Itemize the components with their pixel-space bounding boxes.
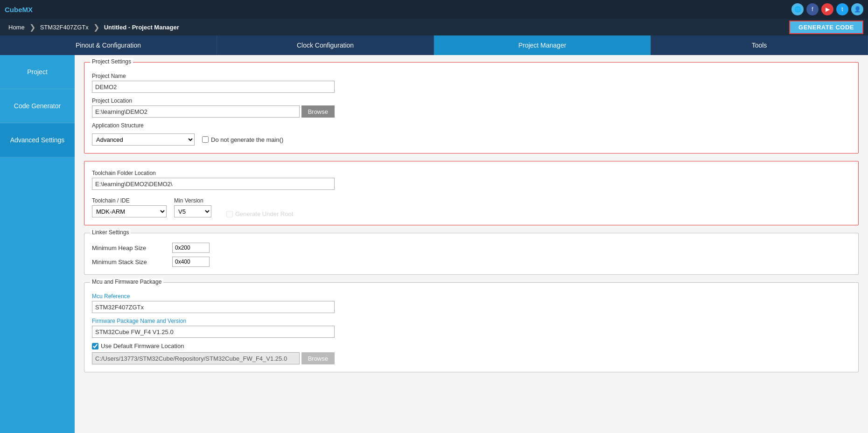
do-not-generate-text: Do not generate the main()	[211, 136, 283, 143]
firmware-path-row: Browse	[92, 352, 335, 364]
project-settings-section: Project Settings Project Name Project Lo…	[84, 62, 859, 154]
use-default-firmware-text: Use Default Firmware Location	[101, 342, 184, 349]
tab-clock[interactable]: Clock Configuration	[217, 35, 434, 55]
generate-root-label: Generate Under Root	[235, 210, 293, 217]
mcu-firmware-section: Mcu and Firmware Package Mcu Reference F…	[84, 282, 859, 372]
project-location-label: Project Location	[92, 98, 851, 104]
mcu-firmware-title: Mcu and Firmware Package	[90, 279, 163, 285]
linker-stack-row: Minimum Stack Size	[92, 257, 851, 267]
toolchain-ide-label: Toolchain / IDE	[92, 197, 167, 204]
tab-project-manager[interactable]: Project Manager	[434, 35, 651, 55]
app-logo: CubeMX	[5, 6, 33, 14]
firmware-pkg-input[interactable]	[92, 326, 335, 338]
sidebar: Project Code Generator Advanced Settings	[0, 55, 75, 433]
firmware-path-input	[92, 352, 300, 364]
mcu-ref-input[interactable]	[92, 301, 335, 313]
generate-code-button[interactable]: GENERATE CODE	[789, 21, 863, 34]
nav-tabs: Pinout & Configuration Clock Configurati…	[0, 35, 868, 55]
user-icon[interactable]: 👤	[851, 3, 863, 15]
toolchain-folder-label: Toolchain Folder Location	[92, 170, 851, 176]
min-heap-label: Minimum Heap Size	[92, 244, 167, 251]
project-location-row: Browse	[92, 105, 335, 118]
breadcrumb-arrow-1: ❯	[29, 23, 35, 32]
sidebar-item-advanced-settings[interactable]: Advanced Settings	[0, 123, 75, 157]
firmware-browse-button[interactable]: Browse	[301, 352, 335, 364]
breadcrumb-bar: Home ❯ STM32F407ZGTx ❯ Untitled - Projec…	[0, 19, 868, 35]
project-location-input[interactable]	[92, 105, 300, 118]
generate-root-row: Generate Under Root	[226, 210, 293, 217]
use-default-firmware-label[interactable]: Use Default Firmware Location	[92, 342, 851, 349]
sidebar-item-code-generator[interactable]: Code Generator	[0, 89, 75, 123]
project-name-input[interactable]	[92, 81, 335, 93]
linker-heap-row: Minimum Heap Size	[92, 243, 851, 253]
toolchain-version-col: Min Version V5 V4	[174, 195, 211, 217]
tab-tools[interactable]: Tools	[651, 35, 868, 55]
twitter-icon[interactable]: t	[836, 3, 848, 15]
breadcrumb-arrow-2: ❯	[93, 23, 99, 32]
project-name-label: Project Name	[92, 73, 851, 79]
project-settings-title: Project Settings	[90, 58, 133, 65]
firmware-pkg-label: Firmware Package Name and Version	[92, 318, 851, 324]
breadcrumb-home[interactable]: Home	[5, 24, 28, 31]
min-version-select[interactable]: V5 V4	[174, 205, 211, 217]
use-default-firmware-checkbox[interactable]	[92, 343, 98, 349]
breadcrumb-project[interactable]: Untitled - Project Manager	[100, 24, 183, 31]
toolchain-folder-input[interactable]	[92, 178, 335, 190]
youtube-icon[interactable]: ▶	[821, 3, 833, 15]
globe-icon[interactable]: 🌐	[791, 3, 804, 15]
min-stack-input[interactable]	[172, 257, 210, 267]
linker-settings-title: Linker Settings	[90, 229, 131, 236]
content-area: Project Settings Project Name Project Lo…	[75, 55, 868, 433]
min-stack-label: Minimum Stack Size	[92, 258, 167, 265]
do-not-generate-label[interactable]: Do not generate the main()	[202, 136, 283, 143]
top-bar-icons: 🌐 f ▶ t 👤	[791, 3, 863, 15]
mcu-ref-label: Mcu Reference	[92, 293, 851, 300]
top-bar: CubeMX 🌐 f ▶ t 👤	[0, 0, 868, 19]
toolchain-ide-select[interactable]: MDK-ARM IAR STM32CubeIDE	[92, 205, 167, 217]
app-structure-select[interactable]: Advanced Basic	[92, 133, 195, 146]
app-structure-label: Application Structure	[92, 122, 851, 129]
generate-root-checkbox	[226, 211, 233, 217]
main-layout: Project Code Generator Advanced Settings…	[0, 55, 868, 433]
toolchain-row: Toolchain / IDE MDK-ARM IAR STM32CubeIDE…	[92, 195, 851, 217]
app-structure-row: Advanced Basic Do not generate the main(…	[92, 133, 851, 146]
facebook-icon[interactable]: f	[806, 3, 819, 15]
linker-settings-section: Linker Settings Minimum Heap Size Minimu…	[84, 233, 859, 275]
sidebar-item-project[interactable]: Project	[0, 55, 75, 89]
min-version-label: Min Version	[174, 197, 211, 204]
toolchain-ide-col: Toolchain / IDE MDK-ARM IAR STM32CubeIDE	[92, 195, 167, 217]
breadcrumb-mcu[interactable]: STM32F407ZGTx	[36, 24, 92, 31]
min-heap-input[interactable]	[172, 243, 210, 253]
toolchain-section: Toolchain Folder Location Toolchain / ID…	[84, 161, 859, 225]
do-not-generate-checkbox[interactable]	[202, 136, 209, 143]
project-location-browse-button[interactable]: Browse	[301, 105, 335, 118]
tab-pinout[interactable]: Pinout & Configuration	[0, 35, 217, 55]
